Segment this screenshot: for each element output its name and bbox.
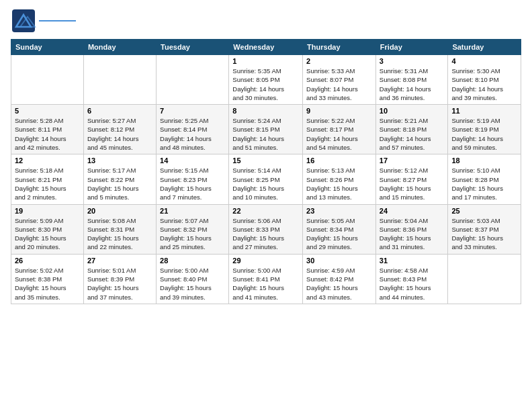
- week-row-5: 26Sunrise: 5:02 AMSunset: 8:38 PMDayligh…: [11, 254, 521, 304]
- logo: [11, 8, 76, 34]
- calendar-table: SundayMondayTuesdayWednesdayThursdayFrid…: [11, 39, 521, 304]
- day-cell: 12Sunrise: 5:18 AMSunset: 8:21 PMDayligh…: [11, 154, 84, 204]
- day-number: 9: [306, 107, 372, 115]
- day-number: 4: [451, 57, 517, 65]
- day-number: 12: [15, 156, 80, 165]
- day-info: Sunrise: 5:06 AMSunset: 8:33 PMDaylight:…: [232, 216, 299, 252]
- day-number: 11: [451, 107, 517, 115]
- day-cell: 25Sunrise: 5:03 AMSunset: 8:37 PMDayligh…: [448, 204, 521, 254]
- day-info: Sunrise: 5:33 AMSunset: 8:07 PMDaylight:…: [306, 66, 372, 102]
- day-info: Sunrise: 5:17 AMSunset: 8:22 PMDaylight:…: [87, 166, 152, 201]
- day-number: 20: [87, 207, 152, 215]
- day-number: 28: [160, 257, 225, 265]
- day-cell: 4Sunrise: 5:30 AMSunset: 8:10 PMDaylight…: [448, 55, 521, 105]
- day-number: 26: [15, 257, 80, 265]
- day-number: 14: [160, 156, 225, 165]
- day-number: 1: [232, 57, 299, 65]
- day-cell: 5Sunrise: 5:28 AMSunset: 8:11 PMDaylight…: [11, 105, 84, 154]
- day-cell: 26Sunrise: 5:02 AMSunset: 8:38 PMDayligh…: [11, 254, 84, 304]
- day-number: 13: [87, 156, 152, 165]
- day-info: Sunrise: 5:22 AMSunset: 8:17 PMDaylight:…: [306, 116, 372, 152]
- calendar-header: SundayMondayTuesdayWednesdayThursdayFrid…: [11, 40, 521, 55]
- day-cell: 3Sunrise: 5:31 AMSunset: 8:08 PMDaylight…: [375, 55, 448, 105]
- header-cell-friday: Friday: [375, 40, 448, 55]
- header-cell-saturday: Saturday: [448, 40, 521, 55]
- day-cell: 2Sunrise: 5:33 AMSunset: 8:07 PMDaylight…: [303, 55, 376, 105]
- day-cell: [83, 55, 156, 105]
- day-number: 16: [306, 156, 372, 165]
- day-number: 24: [380, 207, 445, 215]
- day-number: 30: [306, 257, 372, 265]
- day-number: 2: [306, 57, 372, 65]
- day-cell: 1Sunrise: 5:35 AMSunset: 8:05 PMDaylight…: [229, 55, 303, 105]
- day-info: Sunrise: 5:07 AMSunset: 8:32 PMDaylight:…: [160, 216, 225, 252]
- day-cell: 9Sunrise: 5:22 AMSunset: 8:17 PMDaylight…: [303, 105, 376, 154]
- week-row-2: 5Sunrise: 5:28 AMSunset: 8:11 PMDaylight…: [11, 105, 521, 154]
- day-cell: 27Sunrise: 5:01 AMSunset: 8:39 PMDayligh…: [83, 254, 156, 304]
- page-container: SundayMondayTuesdayWednesdayThursdayFrid…: [0, 0, 532, 310]
- day-info: Sunrise: 4:59 AMSunset: 8:42 PMDaylight:…: [306, 266, 372, 302]
- day-number: 7: [160, 107, 225, 115]
- day-cell: [448, 254, 521, 304]
- day-number: 8: [232, 107, 299, 115]
- day-number: 17: [380, 156, 445, 165]
- day-number: 5: [15, 107, 80, 115]
- day-info: Sunrise: 5:08 AMSunset: 8:31 PMDaylight:…: [87, 216, 152, 252]
- day-cell: 19Sunrise: 5:09 AMSunset: 8:30 PMDayligh…: [11, 204, 84, 254]
- day-info: Sunrise: 5:25 AMSunset: 8:14 PMDaylight:…: [160, 116, 225, 152]
- day-info: Sunrise: 5:04 AMSunset: 8:36 PMDaylight:…: [380, 216, 445, 252]
- day-info: Sunrise: 5:14 AMSunset: 8:25 PMDaylight:…: [232, 166, 299, 201]
- day-number: 6: [87, 107, 152, 115]
- day-info: Sunrise: 5:19 AMSunset: 8:19 PMDaylight:…: [451, 116, 517, 152]
- calendar-body: 1Sunrise: 5:35 AMSunset: 8:05 PMDaylight…: [11, 55, 521, 304]
- day-cell: 7Sunrise: 5:25 AMSunset: 8:14 PMDaylight…: [157, 105, 229, 154]
- day-cell: 6Sunrise: 5:27 AMSunset: 8:12 PMDaylight…: [83, 105, 156, 154]
- day-number: 21: [160, 207, 225, 215]
- day-cell: [157, 55, 229, 105]
- day-cell: 16Sunrise: 5:13 AMSunset: 8:26 PMDayligh…: [303, 154, 376, 204]
- day-number: 23: [306, 207, 372, 215]
- day-info: Sunrise: 5:27 AMSunset: 8:12 PMDaylight:…: [87, 116, 152, 152]
- day-number: 25: [451, 207, 517, 215]
- header-cell-tuesday: Tuesday: [157, 40, 229, 55]
- day-info: Sunrise: 5:13 AMSunset: 8:26 PMDaylight:…: [306, 166, 372, 201]
- day-info: Sunrise: 5:10 AMSunset: 8:28 PMDaylight:…: [451, 166, 517, 201]
- day-cell: 11Sunrise: 5:19 AMSunset: 8:19 PMDayligh…: [448, 105, 521, 154]
- day-info: Sunrise: 5:02 AMSunset: 8:38 PMDaylight:…: [15, 266, 80, 302]
- day-info: Sunrise: 4:58 AMSunset: 8:43 PMDaylight:…: [380, 266, 445, 302]
- day-cell: 13Sunrise: 5:17 AMSunset: 8:22 PMDayligh…: [83, 154, 156, 204]
- day-info: Sunrise: 5:18 AMSunset: 8:21 PMDaylight:…: [15, 166, 80, 201]
- day-number: 22: [232, 207, 299, 215]
- header-cell-thursday: Thursday: [303, 40, 376, 55]
- day-number: 27: [87, 257, 152, 265]
- day-cell: 18Sunrise: 5:10 AMSunset: 8:28 PMDayligh…: [448, 154, 521, 204]
- day-cell: 21Sunrise: 5:07 AMSunset: 8:32 PMDayligh…: [157, 204, 229, 254]
- day-number: 15: [232, 156, 299, 165]
- day-info: Sunrise: 5:09 AMSunset: 8:30 PMDaylight:…: [15, 216, 80, 252]
- header-cell-monday: Monday: [83, 40, 156, 55]
- week-row-1: 1Sunrise: 5:35 AMSunset: 8:05 PMDaylight…: [11, 55, 521, 105]
- day-info: Sunrise: 5:12 AMSunset: 8:27 PMDaylight:…: [380, 166, 445, 201]
- day-number: 29: [232, 257, 299, 265]
- logo-icon: [11, 8, 36, 34]
- day-cell: 22Sunrise: 5:06 AMSunset: 8:33 PMDayligh…: [229, 204, 303, 254]
- day-cell: 31Sunrise: 4:58 AMSunset: 8:43 PMDayligh…: [375, 254, 448, 304]
- day-info: Sunrise: 5:28 AMSunset: 8:11 PMDaylight:…: [15, 116, 80, 152]
- day-cell: 14Sunrise: 5:15 AMSunset: 8:23 PMDayligh…: [157, 154, 229, 204]
- day-info: Sunrise: 5:03 AMSunset: 8:37 PMDaylight:…: [451, 216, 517, 252]
- day-info: Sunrise: 5:24 AMSunset: 8:15 PMDaylight:…: [232, 116, 299, 152]
- day-info: Sunrise: 5:21 AMSunset: 8:18 PMDaylight:…: [380, 116, 445, 152]
- day-cell: 29Sunrise: 5:00 AMSunset: 8:41 PMDayligh…: [229, 254, 303, 304]
- header-cell-wednesday: Wednesday: [229, 40, 303, 55]
- svg-rect-0: [12, 9, 35, 32]
- header-row: SundayMondayTuesdayWednesdayThursdayFrid…: [11, 40, 521, 55]
- week-row-4: 19Sunrise: 5:09 AMSunset: 8:30 PMDayligh…: [11, 204, 521, 254]
- day-info: Sunrise: 5:01 AMSunset: 8:39 PMDaylight:…: [87, 266, 152, 302]
- day-cell: [11, 55, 84, 105]
- day-number: 31: [380, 257, 445, 265]
- day-cell: 8Sunrise: 5:24 AMSunset: 8:15 PMDaylight…: [229, 105, 303, 154]
- day-info: Sunrise: 5:31 AMSunset: 8:08 PMDaylight:…: [380, 66, 445, 102]
- day-info: Sunrise: 5:30 AMSunset: 8:10 PMDaylight:…: [451, 66, 517, 102]
- week-row-3: 12Sunrise: 5:18 AMSunset: 8:21 PMDayligh…: [11, 154, 521, 204]
- day-cell: 20Sunrise: 5:08 AMSunset: 8:31 PMDayligh…: [83, 204, 156, 254]
